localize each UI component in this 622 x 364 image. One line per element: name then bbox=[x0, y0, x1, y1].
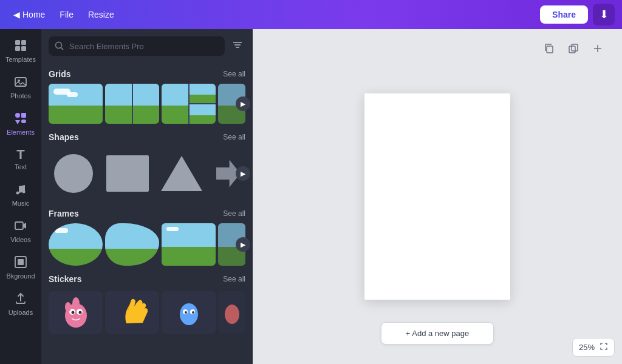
search-icon bbox=[55, 41, 64, 51]
svg-rect-0 bbox=[15, 40, 20, 45]
home-label: Home bbox=[22, 10, 45, 19]
frame-rect[interactable] bbox=[162, 223, 216, 266]
frame-circle[interactable] bbox=[49, 223, 103, 266]
stickers-row bbox=[49, 289, 245, 334]
canvas-area: + Add a new page 25% bbox=[253, 29, 622, 364]
svg-point-23 bbox=[78, 311, 81, 314]
svg-rect-33 bbox=[569, 46, 575, 53]
stickers-section-header: Stickers See all bbox=[49, 266, 245, 289]
add-new-page-button[interactable]: + Add a new page bbox=[381, 322, 494, 345]
add-page-icon-button[interactable] bbox=[588, 39, 607, 58]
sidebar-item-templates[interactable]: Templates bbox=[2, 34, 39, 68]
svg-rect-8 bbox=[21, 120, 26, 123]
sticker-partial-icon bbox=[223, 296, 241, 329]
svg-point-14 bbox=[56, 42, 62, 49]
sidebar-item-photos[interactable]: Photos bbox=[2, 70, 39, 104]
sidebar: Templates Photos Elements bbox=[0, 29, 41, 364]
topbar: ◀ Home File Resize Share ⬇ bbox=[0, 0, 622, 29]
back-icon: ◀ bbox=[13, 10, 20, 19]
panel-content: Grids See all bbox=[41, 61, 253, 364]
svg-rect-34 bbox=[572, 44, 578, 51]
sidebar-item-music[interactable]: Music bbox=[2, 178, 39, 212]
grid-thumb-3[interactable] bbox=[162, 84, 216, 124]
grid-thumb-1[interactable] bbox=[49, 84, 103, 124]
svg-point-24 bbox=[72, 297, 80, 309]
text-label: Text bbox=[15, 163, 27, 170]
elements-icon bbox=[14, 112, 27, 127]
share-button[interactable]: Share bbox=[540, 5, 588, 24]
svg-point-25 bbox=[65, 302, 71, 312]
frame-blob[interactable] bbox=[105, 223, 159, 266]
svg-point-6 bbox=[15, 113, 20, 118]
svg-point-9 bbox=[16, 192, 19, 195]
sticker-monster-icon bbox=[61, 296, 91, 329]
sticker-2[interactable] bbox=[105, 291, 159, 334]
search-input[interactable] bbox=[69, 42, 219, 51]
shape-triangle[interactable] bbox=[157, 149, 206, 198]
duplicate-page-button[interactable] bbox=[564, 39, 583, 58]
uploads-icon bbox=[14, 292, 27, 307]
zoom-expand-button[interactable] bbox=[600, 342, 608, 352]
templates-label: Templates bbox=[5, 56, 36, 63]
uploads-label: Uploads bbox=[9, 309, 33, 316]
sticker-4[interactable] bbox=[218, 291, 245, 334]
file-button[interactable]: File bbox=[53, 6, 80, 23]
download-button[interactable]: ⬇ bbox=[593, 4, 615, 25]
main-layout: Templates Photos Elements bbox=[0, 29, 622, 364]
filter-button[interactable] bbox=[230, 37, 245, 55]
svg-rect-7 bbox=[21, 113, 26, 118]
zoom-level: 25% bbox=[579, 343, 595, 352]
shapes-scroll-right[interactable]: ▶ bbox=[236, 166, 250, 181]
file-label: File bbox=[60, 10, 73, 19]
grid-thumb-2[interactable] bbox=[105, 84, 159, 124]
shape-square[interactable] bbox=[103, 149, 152, 198]
add-page-label: + Add a new page bbox=[406, 329, 469, 338]
search-input-wrap[interactable] bbox=[49, 36, 225, 56]
frames-scroll-right[interactable]: ▶ bbox=[236, 237, 250, 252]
shapes-see-all[interactable]: See all bbox=[223, 133, 245, 141]
sidebar-item-videos[interactable]: Videos bbox=[2, 214, 39, 248]
svg-point-30 bbox=[192, 311, 194, 314]
svg-point-26 bbox=[180, 303, 198, 325]
text-icon: T bbox=[16, 148, 24, 161]
videos-label: Videos bbox=[10, 236, 30, 243]
svg-rect-3 bbox=[21, 46, 26, 51]
background-icon bbox=[14, 255, 27, 271]
stickers-see-all[interactable]: See all bbox=[223, 275, 245, 283]
shapes-row: ▶ bbox=[49, 147, 245, 200]
sticker-blob-icon bbox=[174, 296, 204, 329]
copy-page-button[interactable] bbox=[539, 39, 559, 58]
frames-see-all[interactable]: See all bbox=[223, 209, 245, 218]
templates-icon bbox=[14, 39, 27, 54]
design-canvas[interactable] bbox=[364, 93, 510, 300]
svg-point-31 bbox=[225, 305, 239, 324]
sidebar-item-background[interactable]: Bkground bbox=[2, 251, 39, 285]
grids-scroll-right[interactable]: ▶ bbox=[236, 96, 250, 111]
sidebar-item-elements[interactable]: Elements bbox=[2, 107, 39, 141]
grids-row: ▶ bbox=[49, 84, 245, 124]
sticker-hand-icon bbox=[117, 296, 148, 329]
svg-rect-11 bbox=[15, 222, 23, 229]
frames-section-header: Frames See all bbox=[49, 200, 245, 223]
zoom-control: 25% bbox=[572, 338, 615, 357]
sticker-1[interactable] bbox=[49, 291, 103, 334]
sidebar-item-text[interactable]: T Text bbox=[2, 143, 39, 175]
sidebar-item-uploads[interactable]: Uploads bbox=[2, 287, 39, 321]
background-label: Bkground bbox=[6, 272, 35, 280]
sticker-3[interactable] bbox=[162, 291, 216, 334]
svg-point-29 bbox=[185, 311, 187, 314]
resize-label: Resize bbox=[88, 10, 114, 19]
svg-point-22 bbox=[71, 311, 74, 314]
back-button[interactable]: ◀ Home bbox=[7, 6, 51, 23]
shape-circle[interactable] bbox=[49, 149, 98, 198]
svg-rect-2 bbox=[15, 46, 20, 51]
grids-label: Grids bbox=[49, 69, 71, 79]
shapes-label: Shapes bbox=[49, 132, 79, 142]
duplicate-icon bbox=[568, 43, 579, 54]
music-icon bbox=[14, 183, 27, 198]
photos-label: Photos bbox=[10, 92, 31, 99]
resize-button[interactable]: Resize bbox=[82, 6, 120, 23]
expand-icon bbox=[600, 342, 608, 351]
grids-see-all[interactable]: See all bbox=[223, 70, 245, 78]
svg-point-10 bbox=[22, 190, 26, 194]
